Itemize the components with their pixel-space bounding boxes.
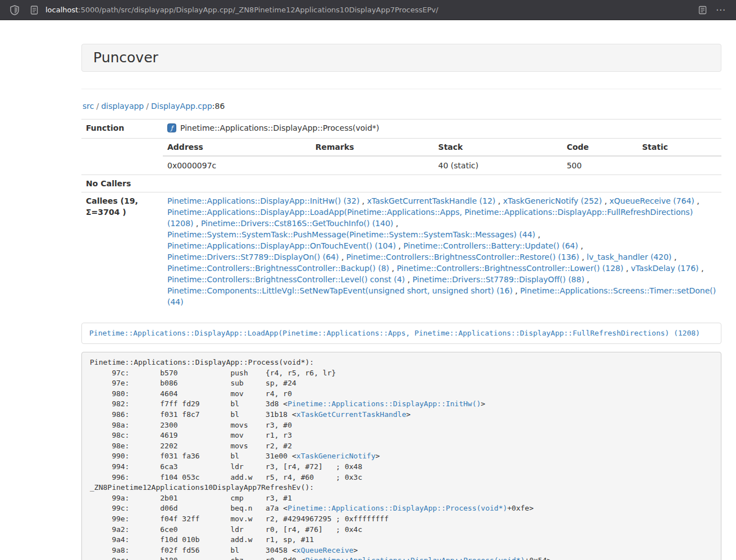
code-line: 99c: d06d beq.n a7a <Pinetime::Applicati… xyxy=(90,503,713,514)
callee-link[interactable]: Pinetime::Drivers::St7789::DisplayOff() … xyxy=(413,275,584,284)
callee-link[interactable]: xTaskGenericNotify (252) xyxy=(503,196,602,205)
breadcrumb-link-displayapp[interactable]: displayapp xyxy=(101,102,144,111)
code-line: 9a8: f02f fd56 bl 30458 <xQueueReceive> xyxy=(90,545,713,556)
code-symbol-link[interactable]: xTaskGetCurrentTaskHandle xyxy=(296,410,406,419)
summary-cell-stack: 40 (static) xyxy=(434,156,563,175)
code-line: 980: 4604 mov r4, r0 xyxy=(90,389,713,400)
callee-link[interactable]: lv_task_handler (420) xyxy=(587,253,671,261)
summary-header-static: Static xyxy=(638,139,721,156)
callees-list: Pinetime::Applications::DisplayApp::Init… xyxy=(163,192,721,311)
highlighted-callee-link[interactable]: Pinetime::Applications::DisplayApp::Load… xyxy=(89,329,700,337)
function-row: Function ƒ Pinetime::Applications::Displ… xyxy=(81,120,721,139)
summary-header-stack: Stack xyxy=(434,139,563,156)
code-line: Pinetime::Applications::DisplayApp::Proc… xyxy=(90,357,713,368)
code-symbol-link[interactable]: Pinetime::Applications::DisplayApp::Proc… xyxy=(305,556,525,560)
function-icon: ƒ xyxy=(167,123,176,135)
code-symbol-link[interactable]: Pinetime::Applications::DisplayApp::Proc… xyxy=(287,504,507,512)
breadcrumb: src/displayapp/DisplayApp.cpp:86 xyxy=(83,100,721,112)
no-callers-label: No Callers xyxy=(81,175,163,192)
callee-link[interactable]: Pinetime::Controllers::Battery::Update()… xyxy=(403,241,578,250)
breadcrumb-link-file[interactable]: DisplayApp.cpp xyxy=(151,102,212,111)
code-symbol-link[interactable]: Pinetime::Applications::DisplayApp::Init… xyxy=(287,400,481,408)
code-line: 9a2: 6ce0 ldr r0, [r4, #76] ; 0x4c xyxy=(90,525,713,535)
summary-cell-remarks xyxy=(311,156,434,175)
main-content: Puncover src/displayapp/DisplayApp.cpp:8… xyxy=(81,44,721,560)
callee-link[interactable]: Pinetime::Controllers::BrightnessControl… xyxy=(397,264,624,273)
breadcrumb-separator: / xyxy=(96,102,99,111)
code-line: 99a: 2b01 cmp r3, #1 xyxy=(90,493,713,504)
function-name: Pinetime::Applications::DisplayApp::Proc… xyxy=(180,123,380,132)
summary-cell-code: 500 xyxy=(562,156,637,175)
browser-menu-icon[interactable]: ⋯ xyxy=(716,5,726,15)
code-line: 994: 6ca3 ldr r3, [r4, #72] ; 0x48 xyxy=(90,462,713,472)
callee-link[interactable]: Pinetime::Applications::DisplayApp::OnTo… xyxy=(167,241,396,250)
callee-link[interactable]: Pinetime::Controllers::BrightnessControl… xyxy=(346,253,579,261)
code-line: 98e: 2202 movs r2, #2 xyxy=(90,441,713,452)
code-line: 990: f031 fa36 bl 31e00 <xTaskGenericNot… xyxy=(90,451,713,462)
code-line: 996: f104 053c add.w r5, r4, #60 ; 0x3c xyxy=(90,472,713,483)
summary-data-row: 0x0000097c 40 (static) 500 xyxy=(163,156,721,175)
callee-link[interactable]: xQueueReceive (764) xyxy=(610,196,694,205)
tracking-protection-shield-icon[interactable] xyxy=(10,5,19,15)
breadcrumb-line-number: :86 xyxy=(212,102,225,111)
app-header: Puncover xyxy=(81,44,721,72)
code-line: 9ac: b180 cbz r0, 9d0 <Pinetime::Applica… xyxy=(90,556,713,560)
code-line: 982: f7ff fd29 bl 3d8 <Pinetime::Applica… xyxy=(90,399,713,410)
breadcrumb-link-src[interactable]: src xyxy=(83,102,94,111)
code-line: 98c: 4619 mov r1, r3 xyxy=(90,430,713,441)
highlighted-callee-panel: Pinetime::Applications::DisplayApp::Load… xyxy=(81,323,721,344)
code-line: 99e: f04f 32ff mov.w r2, #4294967295 ; 0… xyxy=(90,514,713,525)
callee-link[interactable]: Pinetime::Applications::DisplayApp::Init… xyxy=(167,196,359,205)
code-line: 98a: 2300 movs r3, #0 xyxy=(90,420,713,431)
callee-link[interactable]: vTaskDelay (176) xyxy=(631,264,699,273)
summary-header-code: Code xyxy=(562,139,637,156)
callees-label: Callees (19, Σ=3704 ) xyxy=(81,192,163,311)
code-line: 97e: b086 sub sp, #24 xyxy=(90,378,713,389)
page-info-icon[interactable] xyxy=(30,6,38,15)
url-host: localhost xyxy=(45,6,78,14)
code-line: _ZN8Pinetime12Applications10DisplayApp7R… xyxy=(90,483,713,493)
browser-chrome: localhost:5000/path/src/displayapp/Displ… xyxy=(0,0,736,20)
summary-cell-static xyxy=(638,156,721,175)
url-path: :5000/path/src/displayapp/DisplayApp.cpp… xyxy=(78,6,438,14)
callee-link[interactable]: Pinetime::System::SystemTask::PushMessag… xyxy=(167,230,536,239)
summary-row: Address Remarks Stack Code Static 0x0000… xyxy=(81,139,721,175)
breadcrumb-separator: / xyxy=(146,102,149,111)
code-line: 9a4: f10d 010b add.w r1, sp, #11 xyxy=(90,535,713,545)
callee-link[interactable]: Pinetime::Controllers::BrightnessControl… xyxy=(167,275,405,284)
summary-header-address: Address xyxy=(163,139,311,156)
app-title: Puncover xyxy=(93,49,158,66)
code-symbol-link[interactable]: xQueueReceive xyxy=(296,546,354,554)
summary-header-row: Address Remarks Stack Code Static xyxy=(163,139,721,156)
code-symbol-link[interactable]: xTaskGenericNotify xyxy=(296,452,376,460)
disassembly-block: Pinetime::Applications::DisplayApp::Proc… xyxy=(81,352,721,560)
summary-cell-address: 0x0000097c xyxy=(163,156,311,175)
callee-link[interactable]: Pinetime::Drivers::Cst816S::GetTouchInfo… xyxy=(201,219,394,228)
summary-table: Address Remarks Stack Code Static 0x0000… xyxy=(163,139,721,175)
reader-view-icon[interactable] xyxy=(698,6,707,15)
function-detail-table: Function ƒ Pinetime::Applications::Displ… xyxy=(81,119,721,310)
address-bar[interactable]: localhost:5000/path/src/displayapp/Displ… xyxy=(45,6,698,14)
function-row-label: Function xyxy=(81,120,163,139)
divider xyxy=(81,89,721,89)
callees-row: Callees (19, Σ=3704 ) Pinetime::Applicat… xyxy=(81,192,721,311)
code-line: 986: f031 f8c7 bl 31b18 <xTaskGetCurrent… xyxy=(90,410,713,420)
summary-header-remarks: Remarks xyxy=(311,139,434,156)
summary-row-label xyxy=(81,139,163,175)
callee-link[interactable]: Pinetime::Controllers::BrightnessControl… xyxy=(167,264,389,273)
no-callers-row: No Callers xyxy=(81,175,721,192)
code-line: 97c: b570 push {r4, r5, r6, lr} xyxy=(90,368,713,379)
callee-link[interactable]: Pinetime::Drivers::St7789::DisplayOn() (… xyxy=(167,253,339,261)
callee-link[interactable]: Pinetime::Components::LittleVgl::SetNewT… xyxy=(167,286,513,295)
callee-link[interactable]: xTaskGetCurrentTaskHandle (12) xyxy=(367,196,496,205)
